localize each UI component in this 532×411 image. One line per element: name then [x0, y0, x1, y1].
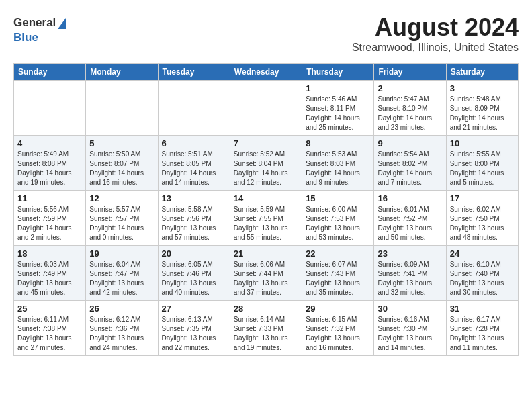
calendar-cell: 8Sunrise: 5:53 AM Sunset: 8:03 PM Daylig… [302, 136, 374, 191]
day-info: Sunrise: 6:06 AM Sunset: 7:44 PM Dayligh… [234, 260, 298, 298]
header-friday: Friday [374, 64, 446, 81]
day-info: Sunrise: 6:15 AM Sunset: 7:32 PM Dayligh… [306, 315, 370, 353]
day-info: Sunrise: 6:05 AM Sunset: 7:46 PM Dayligh… [162, 260, 226, 298]
day-number: 3 [450, 83, 515, 93]
calendar-cell: 14Sunrise: 5:59 AM Sunset: 7:55 PM Dayli… [230, 191, 302, 246]
day-number: 13 [162, 193, 226, 203]
day-info: Sunrise: 5:55 AM Sunset: 8:00 PM Dayligh… [450, 150, 515, 187]
day-info: Sunrise: 5:50 AM Sunset: 8:07 PM Dayligh… [89, 150, 154, 187]
calendar-cell: 12Sunrise: 5:57 AM Sunset: 7:57 PM Dayli… [86, 191, 158, 246]
day-number: 12 [89, 193, 154, 203]
calendar-cell: 6Sunrise: 5:51 AM Sunset: 8:05 PM Daylig… [158, 136, 230, 191]
calendar-cell: 1Sunrise: 5:46 AM Sunset: 8:11 PM Daylig… [302, 81, 374, 136]
day-number: 9 [378, 138, 442, 148]
day-info: Sunrise: 5:52 AM Sunset: 8:04 PM Dayligh… [234, 150, 298, 187]
calendar-cell: 9Sunrise: 5:54 AM Sunset: 8:02 PM Daylig… [374, 136, 446, 191]
calendar-cell: 20Sunrise: 6:05 AM Sunset: 7:46 PM Dayli… [158, 246, 230, 301]
day-info: Sunrise: 6:10 AM Sunset: 7:40 PM Dayligh… [450, 260, 515, 298]
calendar-cell: 27Sunrise: 6:13 AM Sunset: 7:35 PM Dayli… [158, 301, 230, 356]
day-number: 8 [306, 138, 370, 148]
day-info: Sunrise: 6:03 AM Sunset: 7:49 PM Dayligh… [17, 260, 82, 298]
day-info: Sunrise: 6:14 AM Sunset: 7:33 PM Dayligh… [234, 315, 298, 353]
header-monday: Monday [86, 64, 158, 81]
day-number: 17 [450, 193, 515, 203]
calendar-cell: 16Sunrise: 6:01 AM Sunset: 7:52 PM Dayli… [374, 191, 446, 246]
day-info: Sunrise: 5:57 AM Sunset: 7:57 PM Dayligh… [89, 205, 154, 242]
day-info: Sunrise: 6:00 AM Sunset: 7:53 PM Dayligh… [306, 205, 370, 242]
day-number: 15 [306, 193, 370, 203]
day-info: Sunrise: 6:11 AM Sunset: 7:38 PM Dayligh… [17, 315, 82, 353]
day-number: 16 [378, 193, 442, 203]
day-number: 27 [162, 304, 226, 314]
day-info: Sunrise: 5:48 AM Sunset: 8:09 PM Dayligh… [450, 95, 515, 132]
day-number: 23 [378, 248, 442, 259]
calendar-week-3: 11Sunrise: 5:56 AM Sunset: 7:59 PM Dayli… [14, 191, 519, 246]
calendar-cell: 18Sunrise: 6:03 AM Sunset: 7:49 PM Dayli… [14, 246, 86, 301]
calendar-week-2: 4Sunrise: 5:49 AM Sunset: 8:08 PM Daylig… [14, 136, 519, 191]
day-number: 5 [89, 138, 154, 148]
day-number: 31 [450, 304, 515, 314]
header-wednesday: Wednesday [230, 64, 302, 81]
header-thursday: Thursday [302, 64, 374, 81]
calendar-cell: 25Sunrise: 6:11 AM Sunset: 7:38 PM Dayli… [14, 301, 86, 356]
day-info: Sunrise: 6:09 AM Sunset: 7:41 PM Dayligh… [378, 260, 442, 298]
calendar-cell: 5Sunrise: 5:50 AM Sunset: 8:07 PM Daylig… [86, 136, 158, 191]
calendar-cell: 7Sunrise: 5:52 AM Sunset: 8:04 PM Daylig… [230, 136, 302, 191]
day-info: Sunrise: 5:54 AM Sunset: 8:02 PM Dayligh… [378, 150, 442, 187]
day-number: 7 [234, 138, 298, 148]
calendar-cell: 22Sunrise: 6:07 AM Sunset: 7:43 PM Dayli… [302, 246, 374, 301]
calendar-week-1: 1Sunrise: 5:46 AM Sunset: 8:11 PM Daylig… [14, 81, 519, 136]
day-info: Sunrise: 5:49 AM Sunset: 8:08 PM Dayligh… [17, 150, 82, 187]
logo-triangle-icon [58, 18, 66, 29]
day-number: 26 [89, 304, 154, 314]
day-number: 1 [306, 83, 370, 93]
calendar-cell: 2Sunrise: 5:47 AM Sunset: 8:10 PM Daylig… [374, 81, 446, 136]
calendar-cell: 28Sunrise: 6:14 AM Sunset: 7:33 PM Dayli… [230, 301, 302, 356]
day-info: Sunrise: 5:47 AM Sunset: 8:10 PM Dayligh… [378, 95, 442, 132]
day-info: Sunrise: 6:04 AM Sunset: 7:47 PM Dayligh… [89, 260, 154, 298]
calendar-cell: 29Sunrise: 6:15 AM Sunset: 7:32 PM Dayli… [302, 301, 374, 356]
logo-blue-text: Blue [13, 31, 38, 44]
day-number: 20 [162, 248, 226, 259]
day-number: 14 [234, 193, 298, 203]
day-number: 18 [17, 248, 82, 259]
calendar-cell: 31Sunrise: 6:17 AM Sunset: 7:28 PM Dayli… [446, 301, 518, 356]
calendar-cell: 11Sunrise: 5:56 AM Sunset: 7:59 PM Dayli… [14, 191, 86, 246]
day-number: 29 [306, 304, 370, 314]
day-number: 2 [378, 83, 442, 93]
day-number: 4 [17, 138, 82, 148]
day-number: 11 [17, 193, 82, 203]
calendar-cell: 23Sunrise: 6:09 AM Sunset: 7:41 PM Dayli… [374, 246, 446, 301]
calendar-cell: 24Sunrise: 6:10 AM Sunset: 7:40 PM Dayli… [446, 246, 518, 301]
logo: General Blue [13, 16, 66, 44]
calendar-week-4: 18Sunrise: 6:03 AM Sunset: 7:49 PM Dayli… [14, 246, 519, 301]
day-info: Sunrise: 5:51 AM Sunset: 8:05 PM Dayligh… [162, 150, 226, 187]
calendar-cell: 17Sunrise: 6:02 AM Sunset: 7:50 PM Dayli… [446, 191, 518, 246]
day-number: 22 [306, 248, 370, 259]
day-number: 10 [450, 138, 515, 148]
calendar-title: August 2024 [13, 13, 519, 42]
day-number: 30 [378, 304, 442, 314]
day-number: 21 [234, 248, 298, 259]
header-tuesday: Tuesday [158, 64, 230, 81]
calendar-cell [158, 81, 230, 136]
calendar-cell: 19Sunrise: 6:04 AM Sunset: 7:47 PM Dayli… [86, 246, 158, 301]
calendar-cell: 10Sunrise: 5:55 AM Sunset: 8:00 PM Dayli… [446, 136, 518, 191]
calendar-cell: 15Sunrise: 6:00 AM Sunset: 7:53 PM Dayli… [302, 191, 374, 246]
day-info: Sunrise: 6:12 AM Sunset: 7:36 PM Dayligh… [89, 315, 154, 353]
day-info: Sunrise: 6:17 AM Sunset: 7:28 PM Dayligh… [450, 315, 515, 353]
calendar-cell: 4Sunrise: 5:49 AM Sunset: 8:08 PM Daylig… [14, 136, 86, 191]
calendar-week-5: 25Sunrise: 6:11 AM Sunset: 7:38 PM Dayli… [14, 301, 519, 356]
calendar-subtitle: Streamwood, Illinois, United States [13, 42, 519, 54]
calendar-cell [230, 81, 302, 136]
calendar-cell: 3Sunrise: 5:48 AM Sunset: 8:09 PM Daylig… [446, 81, 518, 136]
day-number: 6 [162, 138, 226, 148]
day-number: 19 [89, 248, 154, 259]
calendar-header: August 2024 Streamwood, Illinois, United… [13, 13, 519, 54]
day-number: 25 [17, 304, 82, 314]
logo-general-text: General [13, 16, 56, 30]
calendar-cell: 13Sunrise: 5:58 AM Sunset: 7:56 PM Dayli… [158, 191, 230, 246]
day-number: 24 [450, 248, 515, 259]
day-info: Sunrise: 6:01 AM Sunset: 7:52 PM Dayligh… [378, 205, 442, 242]
day-number: 28 [234, 304, 298, 314]
